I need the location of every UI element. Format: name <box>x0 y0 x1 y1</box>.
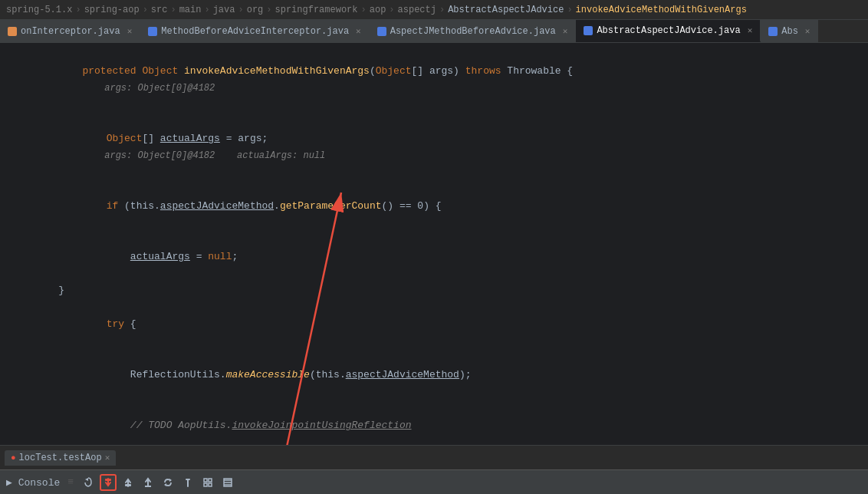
restore-icon <box>82 476 94 489</box>
tab-methodbefore[interactable]: MethodBeforeAdviceInterceptor.java ✕ <box>140 20 369 42</box>
code-line: ReflectionUtils.makeAccessible(this.aspe… <box>0 350 868 400</box>
close-icon[interactable]: ✕ <box>563 26 568 36</box>
step-down-button[interactable] <box>100 474 117 491</box>
refresh-icon <box>162 476 174 489</box>
svg-rect-12 <box>209 483 212 486</box>
step-out-button[interactable] <box>140 474 156 491</box>
tab-oninterceptor[interactable]: onInterceptor.java ✕ <box>0 20 140 42</box>
close-icon[interactable]: ✕ <box>105 453 110 463</box>
code-content: protected Object invokeAdviceMethodWithG… <box>0 43 868 445</box>
grid-button[interactable] <box>199 474 216 491</box>
file-icon <box>584 26 593 35</box>
file-icon <box>377 27 386 36</box>
step-up-button[interactable] <box>120 474 136 491</box>
breadcrumb-item[interactable]: springframework <box>275 5 358 15</box>
breadcrumb-method[interactable]: invokeAdviceMethodWithGivenArgs <box>576 5 747 15</box>
file-icon <box>8 27 17 36</box>
breadcrumb-item[interactable]: src <box>151 5 168 15</box>
debug-toolbar: ▶ Console ≡ <box>0 469 868 494</box>
code-line: if (this.aspectJAdviceMethod.getParamete… <box>0 181 868 232</box>
tab-abstractaspect[interactable]: AbstractAspectJAdvice.java ✕ <box>576 20 761 42</box>
debug-session-bar: ● locTest.testAop ✕ <box>0 445 868 469</box>
code-line-try: try { <box>0 299 868 350</box>
step-down-icon <box>102 476 114 489</box>
cursor-button[interactable] <box>179 474 196 491</box>
close-icon[interactable]: ✕ <box>356 26 361 36</box>
debug-tab[interactable]: ● locTest.testAop ✕ <box>5 450 116 466</box>
grid2-button[interactable] <box>219 474 236 491</box>
svg-rect-3 <box>125 484 131 486</box>
tab-bar: onInterceptor.java ✕ MethodBeforeAdviceI… <box>0 20 868 43</box>
tab-label: AbstractAspectJAdvice.java <box>597 25 740 36</box>
debug-dot-icon: ● <box>11 453 16 463</box>
file-icon <box>148 27 157 36</box>
tab-label: AspectJMethodBeforeAdvice.java <box>390 26 556 37</box>
breadcrumb-item[interactable]: spring-aop <box>84 5 140 15</box>
svg-rect-10 <box>209 479 212 482</box>
breadcrumb-item[interactable]: aspectj <box>398 5 436 15</box>
cursor-icon <box>182 476 194 489</box>
breadcrumb: spring-5.1.x › spring-aop › src › main ›… <box>0 0 868 20</box>
code-line: } <box>0 282 868 299</box>
step-out-icon <box>142 476 154 489</box>
svg-rect-2 <box>105 479 111 481</box>
restore-button[interactable] <box>80 474 97 491</box>
svg-rect-11 <box>204 483 207 486</box>
file-icon <box>768 27 778 36</box>
tab-label: onInterceptor.java <box>21 26 120 37</box>
breadcrumb-item[interactable]: java <box>213 5 235 15</box>
close-icon[interactable]: ✕ <box>127 26 133 36</box>
close-icon[interactable]: ✕ <box>748 25 753 35</box>
code-line: actualArgs = null; <box>0 232 868 282</box>
code-line: protected Object invokeAdviceMethodWithG… <box>0 46 868 114</box>
code-line: Object[] actualArgs = args; args: Object… <box>0 114 868 181</box>
breadcrumb-item[interactable]: spring-5.1.x <box>6 5 72 15</box>
tab-aspectjmethod[interactable]: AspectJMethodBeforeAdvice.java ✕ <box>370 20 577 42</box>
tab-abs[interactable]: Abs ✕ <box>761 20 818 42</box>
divider: ≡ <box>67 476 74 488</box>
grid-icon <box>202 476 214 489</box>
code-editor[interactable]: protected Object invokeAdviceMethodWithG… <box>0 43 868 445</box>
refresh-button[interactable] <box>159 474 176 491</box>
breadcrumb-sep: › <box>75 5 81 15</box>
code-line-comment: // TODO AopUtils.invokeJoinpointUsingRef… <box>0 400 868 445</box>
close-icon[interactable]: ✕ <box>805 26 810 36</box>
breadcrumb-item[interactable]: AbstractAspectJAdvice <box>448 5 564 15</box>
breadcrumb-item[interactable]: org <box>247 5 264 15</box>
svg-rect-9 <box>204 479 207 482</box>
console-label: ▶ Console <box>6 476 60 489</box>
grid2-icon <box>222 476 234 489</box>
svg-marker-5 <box>169 479 172 482</box>
debug-tab-label: locTest.testAop <box>19 453 102 463</box>
tab-label: MethodBeforeAdviceInterceptor.java <box>161 26 349 37</box>
step-up-icon <box>122 476 134 489</box>
breadcrumb-item[interactable]: aop <box>370 5 386 15</box>
svg-marker-6 <box>164 483 166 486</box>
tab-label: Abs <box>781 26 798 37</box>
breadcrumb-item[interactable]: main <box>179 5 202 15</box>
